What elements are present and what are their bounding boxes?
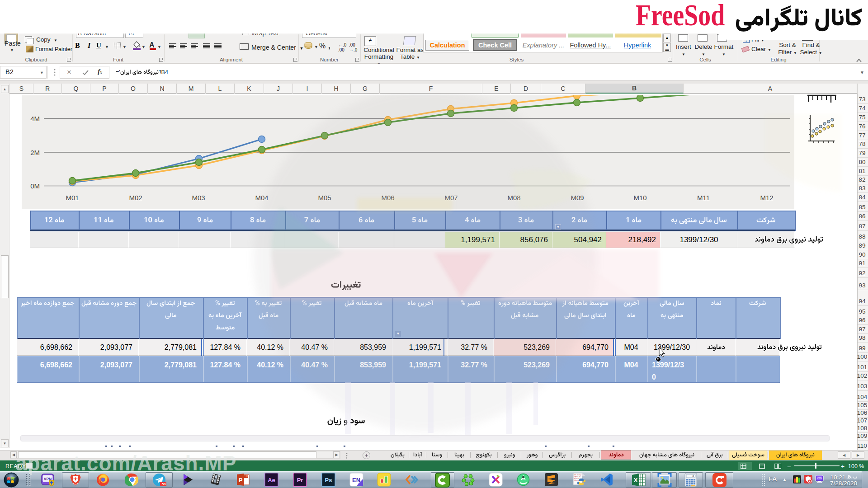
svg-text:X: X	[634, 477, 638, 483]
svg-text:Ae: Ae	[268, 477, 275, 483]
svg-text:print(x): print(x)	[574, 478, 580, 479]
svg-text:0: 0	[692, 475, 694, 478]
svg-text:P: P	[239, 477, 243, 483]
svg-text:Pr: Pr	[297, 477, 303, 483]
svg-text:class A:: class A:	[574, 479, 580, 481]
svg-text:import os: import os	[574, 476, 580, 478]
svg-text:EN: EN	[352, 477, 360, 483]
svg-text:.59: .59	[160, 482, 166, 486]
svg-text:def main():: def main():	[574, 474, 582, 476]
svg-text:Ps: Ps	[325, 477, 332, 483]
svg-text:VPN: VPN	[817, 477, 822, 479]
